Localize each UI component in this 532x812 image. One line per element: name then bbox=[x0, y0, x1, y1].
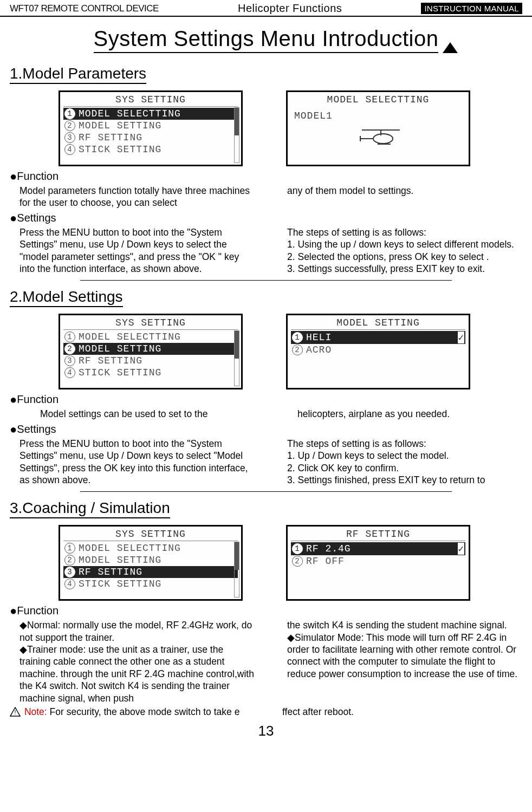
function-heading: ●Function bbox=[10, 170, 522, 184]
settings-text-left: Press the MENU button to boot into the "… bbox=[20, 226, 255, 275]
lcd-sys-setting-2: SYS SETTING 1MODEL SELECTTING 2MODEL SET… bbox=[59, 314, 243, 389]
lcd-row-selected: 3RF SETTING bbox=[63, 566, 238, 578]
scrollbar bbox=[234, 542, 239, 597]
lcd-sys-setting-3: SYS SETTING 1MODEL SELECTTING 2MODEL SET… bbox=[59, 525, 243, 601]
lcd-row: 2MODEL SETTING bbox=[61, 554, 240, 566]
lcd-row-selected: 2MODEL SETTING bbox=[63, 343, 238, 355]
triangle-up-icon bbox=[443, 42, 458, 53]
function-text-right: any of them model to settings. bbox=[287, 185, 522, 209]
header-right: INSTRUCTION MANUAL bbox=[421, 3, 522, 14]
lcd-title: SYS SETTING bbox=[63, 93, 238, 107]
warning-icon: ! bbox=[10, 707, 21, 719]
function-text-left: Model parameters function totally have t… bbox=[20, 185, 255, 209]
lcd-row: 3RF SETTING bbox=[61, 132, 240, 144]
section-3-title: 3.Coaching / Simulation bbox=[10, 499, 170, 518]
lcd-row: 1MODEL SELECTTING bbox=[61, 331, 240, 343]
svg-point-2 bbox=[373, 134, 393, 144]
lcd-title: SYS SETTING bbox=[63, 316, 238, 330]
lcd-title: SYS SETTING bbox=[63, 528, 238, 541]
lcd-row: 3RF SETTING bbox=[61, 355, 240, 367]
svg-text:!: ! bbox=[14, 709, 16, 716]
lcd-sys-setting-1: SYS SETTING 1MODEL SELECTTING 2MODEL SET… bbox=[59, 90, 243, 166]
header-center: Helicopter Functions bbox=[238, 2, 342, 15]
lcd-row-selected: 1HELI✓ bbox=[291, 331, 465, 344]
section-divider bbox=[80, 280, 452, 281]
section-1-title: 1.Model Parameters bbox=[10, 65, 146, 84]
lcd-row: 2MODEL SETTING bbox=[61, 120, 240, 132]
lcd-row: 4STICK SETTING bbox=[61, 578, 240, 590]
lcd-title: MODEL SELECTTING bbox=[291, 93, 465, 106]
function-heading: ●Function bbox=[10, 604, 522, 618]
lcd-model-selecting: MODEL SELECTTING MODEL1 bbox=[286, 90, 470, 166]
lcd-row-selected: 1RF 2.4G✓ bbox=[291, 542, 465, 555]
settings-heading: ●Settings bbox=[10, 423, 522, 437]
lcd-title: MODEL SETTING bbox=[291, 316, 465, 330]
function-text-right: helicopters, airplane as you needed. bbox=[297, 408, 522, 420]
note-label: Note: bbox=[24, 706, 47, 717]
lcd-row: 4STICK SETTING bbox=[61, 144, 240, 155]
checkbox-checked-icon: ✓ bbox=[458, 332, 464, 343]
note-left: ! Note: For security, the above mode swi… bbox=[10, 706, 250, 719]
lcd-row-selected: 1MODEL SELECTTING bbox=[63, 108, 238, 120]
scrollbar bbox=[234, 330, 239, 386]
section-model-settings: 2.Model Settings SYS SETTING 1MODEL SELE… bbox=[10, 286, 522, 486]
lcd-row: 1MODEL SELECTTING bbox=[61, 542, 240, 554]
header-left: WFT07 REMOTE CONTROL DEVICE bbox=[10, 3, 159, 14]
checkbox-checked-icon: ✓ bbox=[458, 543, 464, 555]
function-text-right: the switch K4 is sending the student mac… bbox=[287, 619, 522, 704]
lcd-row: 4STICK SETTING bbox=[61, 367, 240, 379]
lcd-title: RF SETTING bbox=[291, 528, 465, 541]
scrollbar bbox=[234, 107, 239, 163]
settings-text-right: The steps of setting is as follows: 1. U… bbox=[287, 438, 522, 486]
lcd-model-name: MODEL1 bbox=[294, 111, 462, 121]
function-text-left: ◆Normal: normally use the model, RF 2.4G… bbox=[20, 619, 255, 704]
lcd-row: 2ACRO bbox=[289, 344, 468, 356]
page-title-text: System Settings Menu Introduction bbox=[94, 27, 439, 50]
section-model-parameters: 1.Model Parameters SYS SETTING 1MODEL SE… bbox=[10, 63, 522, 275]
lcd-rf-setting: RF SETTING 1RF 2.4G✓ 2RF OFF bbox=[286, 525, 470, 601]
page-title: System Settings Menu Introduction bbox=[94, 27, 439, 53]
function-text-left: Model settings can be used to set to the bbox=[25, 408, 265, 420]
section-2-title: 2.Model Settings bbox=[10, 288, 123, 307]
helicopter-icon bbox=[359, 127, 462, 146]
section-divider bbox=[80, 491, 452, 492]
lcd-model-setting: MODEL SETTING 1HELI✓ 2ACRO bbox=[286, 314, 470, 389]
section-coaching-simulation: 3.Coaching / Simulation SYS SETTING 1MOD… bbox=[10, 497, 522, 719]
lcd-row: 2RF OFF bbox=[289, 555, 468, 567]
page-number: 13 bbox=[10, 723, 522, 739]
main-heading-wrap: System Settings Menu Introduction bbox=[10, 27, 522, 53]
settings-text-left: Press the MENU button to boot into the "… bbox=[20, 438, 255, 486]
note-right: ffect after reboot. bbox=[282, 706, 522, 718]
page-header: WFT07 REMOTE CONTROL DEVICE Helicopter F… bbox=[0, 0, 532, 17]
function-heading: ●Function bbox=[10, 393, 522, 407]
settings-heading: ●Settings bbox=[10, 211, 522, 225]
settings-text-right: The steps of setting is as follows: 1. U… bbox=[287, 226, 522, 275]
